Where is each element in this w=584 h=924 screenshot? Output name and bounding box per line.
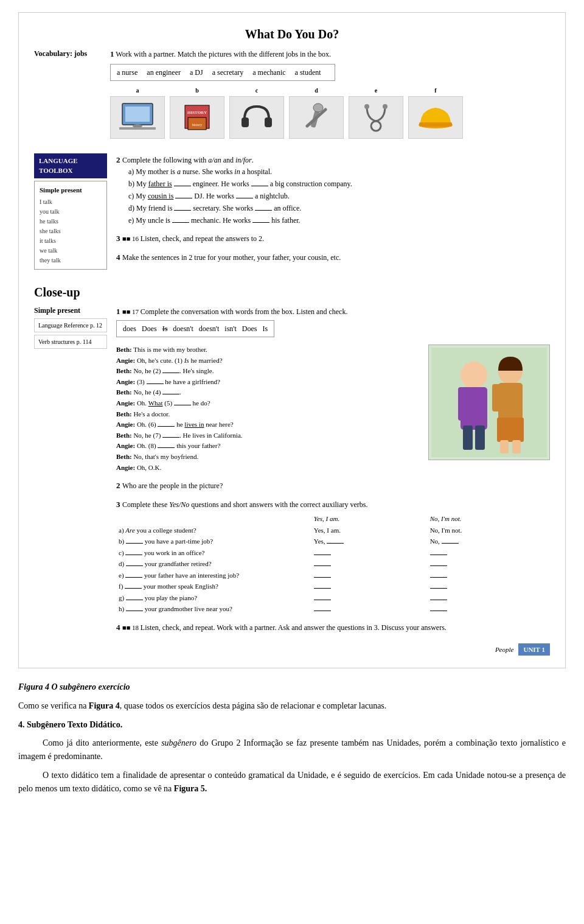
picture-f: f (408, 86, 463, 139)
figura-caption: Figura 4 O subgênero exercício (18, 681, 566, 693)
svg-point-14 (364, 104, 369, 109)
language-toolbox-label: LANGUAGE TOOLBOX (34, 153, 107, 178)
yes-no-header: Yes, I am. No, I'm not. (116, 513, 550, 525)
picture-a: a (110, 86, 165, 139)
exercise2-number: 2 (116, 155, 120, 164)
svg-point-19 (461, 362, 487, 388)
dialogue-angie-2: Angie: (3) he have a girlfriend? (116, 377, 422, 388)
toolbox-content: Simple present I talk you talk he talks … (34, 181, 107, 270)
ref-box-1[interactable]: Language Reference p. 12 (34, 318, 107, 332)
no-e (428, 570, 550, 581)
question-g: g) you play the piano? (116, 592, 311, 604)
svg-rect-3 (119, 127, 156, 130)
job-dj: a DJ (190, 68, 203, 77)
pictures-row: a b (110, 86, 550, 139)
col-no-header: No, I'm not. (428, 513, 550, 525)
picture-b: b HISTORY history (170, 86, 224, 139)
question-h: h) your grandmother live near you? (116, 603, 311, 615)
closeup-ex1-number: 1 (116, 307, 120, 316)
exercise2-item-d: d) My friend is secretary. She works an … (128, 203, 550, 214)
col-question-header (116, 513, 311, 525)
closeup-ex3-number: 3 (116, 500, 120, 509)
question-f: f) your mother speak English? (116, 581, 311, 592)
svg-rect-31 (512, 440, 521, 453)
svg-text:HISTORY: HISTORY (187, 110, 207, 115)
picture-a-img (110, 96, 165, 139)
yes-e (311, 570, 428, 581)
dialogue-text: Beth: This is me with my brother. Angie:… (116, 345, 422, 473)
caption-section: Figura 4 O subgênero exercício Como se v… (18, 681, 566, 796)
question-a: a) Are you a college student? (116, 525, 311, 536)
picture-d: d (289, 86, 344, 139)
yes-f (311, 581, 428, 592)
job-mechanic: a mechanic (252, 68, 285, 77)
words-box: does Does Is doesn't doesn't isn't Does … (116, 320, 274, 337)
yes-a: Yes, I am. (311, 525, 428, 536)
toolbox-row-4: she talks (40, 226, 102, 236)
svg-rect-28 (492, 384, 501, 411)
yes-no-row-e: e) your father have an interesting job? (116, 570, 550, 581)
yes-no-row-b: b) you have a part-time job? Yes, No, (116, 536, 550, 547)
svg-text:history: history (192, 123, 203, 127)
exercise4-number: 4 (116, 253, 120, 262)
exercise4-section: 4 Make the sentences in 2 true for your … (116, 251, 550, 264)
dialogue-beth-6: Beth: No, that's my boyfriend. (116, 452, 422, 463)
job-nurse: a nurse (117, 68, 137, 77)
svg-rect-23 (463, 425, 473, 450)
closeup-ex4-instruction: Listen, check, and repeat. Work with a p… (141, 623, 447, 632)
textbook-page: What Do You Do? Vocabulary: jobs 1 Work … (18, 12, 566, 668)
svg-rect-21 (458, 387, 467, 421)
picture-c-img (229, 96, 284, 139)
exercise2-item-a: a) My mother is a nurse. She works in a … (128, 166, 550, 177)
closeup-ex3-instruction: Complete these Yes/No questions and shor… (122, 500, 368, 509)
dialogue-angie-1: Angie: Oh, he's cute. (1) Is he married? (116, 355, 422, 366)
exercise3-number: 3 (116, 234, 120, 243)
closeup-ex1-instruction: Complete the conversation with words fro… (141, 307, 348, 316)
yes-no-row-c: c) you work in an office? (116, 547, 550, 559)
picture-e-img (349, 96, 403, 139)
question-e: e) your father have an interesting job? (116, 570, 311, 581)
svg-rect-22 (474, 387, 484, 421)
question-b: b) you have a part-time job? (116, 536, 311, 547)
exercise3-instruction: Listen, check, and repeat the answers to… (141, 234, 264, 243)
close-up-title: Close-up (34, 283, 550, 301)
exercise2-item-c: c) My cousin is DJ. He works a nightclub… (128, 191, 550, 201)
dialogue-beth-2: Beth: No, he (2) . He's single. (116, 366, 422, 377)
exercise3-section: 3 ■■ 16 Listen, check, and repeat the an… (116, 232, 550, 245)
unit-badge: UNIT 1 (518, 643, 550, 656)
body-paragraph-1: Como se verifica na Figura 4, quase todo… (18, 699, 566, 713)
exercise4-instruction: Make the sentences in 2 true for your mo… (122, 253, 341, 262)
yes-no-row-f: f) your mother speak English? (116, 581, 550, 592)
svg-point-13 (371, 121, 381, 131)
yes-h (311, 603, 428, 615)
exercise2-item-e: e) My uncle is mechanic. He works his fa… (128, 215, 550, 226)
job-secretary: a secretary (212, 68, 244, 77)
main-content: LANGUAGE TOOLBOX Simple present I talk y… (34, 153, 550, 278)
dialogue-angie-4: Angie: Oh. (6) he lives in near here? (116, 419, 422, 430)
picture-b-img: HISTORY history (170, 96, 224, 139)
svg-point-11 (313, 103, 323, 112)
ref-box-2[interactable]: Verb structures p. 114 (34, 335, 107, 349)
col-yes-header: Yes, I am. (311, 513, 428, 525)
dialogue-image (428, 345, 550, 460)
section-4-label: 4. Subgênero Texto Didático. (18, 720, 122, 729)
yes-no-row-g: g) you play the piano? (116, 592, 550, 604)
yes-c (311, 547, 428, 559)
yes-d (311, 558, 428, 570)
no-c (428, 547, 550, 559)
left-sidebar: LANGUAGE TOOLBOX Simple present I talk y… (34, 153, 107, 278)
section-4-title: 4. Subgênero Texto Didático. (18, 718, 566, 732)
svg-point-15 (383, 104, 388, 109)
dialogue-angie-3: Angie: Oh. What (5) he do? (116, 398, 422, 409)
picture-c: c (229, 86, 284, 139)
job-engineer: an engineer (147, 68, 181, 77)
svg-rect-17 (419, 122, 452, 127)
dialogue-angie-6: Angie: Oh, O.K. (116, 463, 422, 474)
dialogue-beth-4: Beth: He's a doctor. (116, 409, 422, 420)
exercise1-number: 1 (110, 49, 114, 58)
svg-rect-8 (242, 117, 249, 127)
yes-no-row-a: a) Are you a college student? Yes, I am.… (116, 525, 550, 536)
page-number-area: People UNIT 1 (34, 643, 550, 656)
svg-rect-29 (514, 384, 523, 411)
exercise2-item-b: b) My father is engineer. He works a big… (128, 178, 550, 189)
